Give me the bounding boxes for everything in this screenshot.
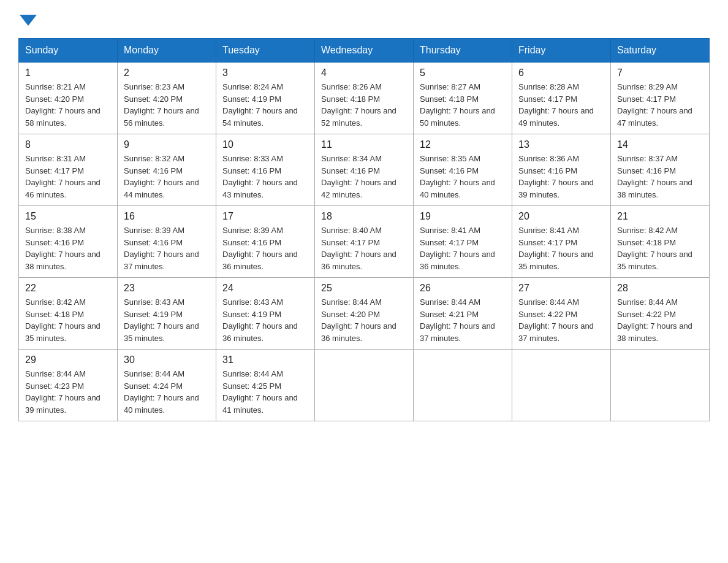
calendar-cell: 26 Sunrise: 8:44 AM Sunset: 4:21 PM Dayl… <box>414 278 512 350</box>
day-info: Sunrise: 8:31 AM Sunset: 4:17 PM Dayligh… <box>25 153 111 201</box>
calendar-cell: 4 Sunrise: 8:26 AM Sunset: 4:18 PM Dayli… <box>315 63 414 134</box>
day-number: 22 <box>25 283 111 294</box>
day-number: 27 <box>518 283 604 294</box>
calendar-week-row: 22 Sunrise: 8:42 AM Sunset: 4:18 PM Dayl… <box>19 278 710 350</box>
calendar-cell <box>611 350 710 421</box>
day-info: Sunrise: 8:44 AM Sunset: 4:20 PM Dayligh… <box>321 296 407 344</box>
day-number: 28 <box>617 283 703 294</box>
calendar-cell: 18 Sunrise: 8:40 AM Sunset: 4:17 PM Dayl… <box>315 206 414 278</box>
calendar-table: SundayMondayTuesdayWednesdayThursdayFrid… <box>18 38 710 421</box>
calendar-cell: 27 Sunrise: 8:44 AM Sunset: 4:22 PM Dayl… <box>512 278 611 350</box>
calendar-week-row: 1 Sunrise: 8:21 AM Sunset: 4:20 PM Dayli… <box>19 63 710 134</box>
calendar-cell: 12 Sunrise: 8:35 AM Sunset: 4:16 PM Dayl… <box>414 134 512 206</box>
calendar-cell: 5 Sunrise: 8:27 AM Sunset: 4:18 PM Dayli… <box>414 63 512 134</box>
calendar-cell: 10 Sunrise: 8:33 AM Sunset: 4:16 PM Dayl… <box>216 134 315 206</box>
day-info: Sunrise: 8:38 AM Sunset: 4:16 PM Dayligh… <box>25 224 111 272</box>
day-info: Sunrise: 8:27 AM Sunset: 4:18 PM Dayligh… <box>420 81 506 129</box>
calendar-cell: 2 Sunrise: 8:23 AM Sunset: 4:20 PM Dayli… <box>118 63 216 134</box>
day-number: 24 <box>222 283 308 294</box>
day-number: 3 <box>222 67 308 79</box>
day-number: 8 <box>25 139 111 150</box>
day-info: Sunrise: 8:41 AM Sunset: 4:17 PM Dayligh… <box>420 224 506 272</box>
weekday-header-tuesday: Tuesday <box>216 39 315 63</box>
day-info: Sunrise: 8:33 AM Sunset: 4:16 PM Dayligh… <box>222 153 308 201</box>
page-header <box>18 12 710 26</box>
day-info: Sunrise: 8:21 AM Sunset: 4:20 PM Dayligh… <box>25 81 111 129</box>
day-number: 19 <box>420 211 506 222</box>
day-info: Sunrise: 8:42 AM Sunset: 4:18 PM Dayligh… <box>617 224 703 272</box>
weekday-header-wednesday: Wednesday <box>315 39 414 63</box>
logo <box>18 12 37 26</box>
day-number: 18 <box>321 211 407 222</box>
day-info: Sunrise: 8:40 AM Sunset: 4:17 PM Dayligh… <box>321 224 407 272</box>
calendar-cell: 19 Sunrise: 8:41 AM Sunset: 4:17 PM Dayl… <box>414 206 512 278</box>
calendar-cell: 29 Sunrise: 8:44 AM Sunset: 4:23 PM Dayl… <box>19 350 118 421</box>
day-number: 4 <box>321 67 407 79</box>
calendar-cell: 25 Sunrise: 8:44 AM Sunset: 4:20 PM Dayl… <box>315 278 414 350</box>
day-info: Sunrise: 8:44 AM Sunset: 4:21 PM Dayligh… <box>420 296 506 344</box>
weekday-header-friday: Friday <box>512 39 611 63</box>
day-info: Sunrise: 8:36 AM Sunset: 4:16 PM Dayligh… <box>518 153 604 201</box>
calendar-cell <box>414 350 512 421</box>
calendar-cell: 1 Sunrise: 8:21 AM Sunset: 4:20 PM Dayli… <box>19 63 118 134</box>
day-info: Sunrise: 8:44 AM Sunset: 4:22 PM Dayligh… <box>617 296 703 344</box>
day-number: 9 <box>124 139 210 150</box>
calendar-cell: 8 Sunrise: 8:31 AM Sunset: 4:17 PM Dayli… <box>19 134 118 206</box>
day-number: 13 <box>518 139 604 150</box>
calendar-cell <box>315 350 414 421</box>
calendar-cell: 6 Sunrise: 8:28 AM Sunset: 4:17 PM Dayli… <box>512 63 611 134</box>
day-number: 7 <box>617 67 703 79</box>
day-number: 16 <box>124 211 210 222</box>
calendar-cell: 16 Sunrise: 8:39 AM Sunset: 4:16 PM Dayl… <box>118 206 216 278</box>
calendar-cell: 9 Sunrise: 8:32 AM Sunset: 4:16 PM Dayli… <box>118 134 216 206</box>
day-info: Sunrise: 8:43 AM Sunset: 4:19 PM Dayligh… <box>222 296 308 344</box>
day-number: 17 <box>222 211 308 222</box>
day-info: Sunrise: 8:41 AM Sunset: 4:17 PM Dayligh… <box>518 224 604 272</box>
calendar-cell: 15 Sunrise: 8:38 AM Sunset: 4:16 PM Dayl… <box>19 206 118 278</box>
day-info: Sunrise: 8:26 AM Sunset: 4:18 PM Dayligh… <box>321 81 407 129</box>
day-number: 5 <box>420 67 506 79</box>
day-info: Sunrise: 8:44 AM Sunset: 4:24 PM Dayligh… <box>124 368 210 416</box>
day-number: 25 <box>321 283 407 294</box>
day-number: 21 <box>617 211 703 222</box>
calendar-cell: 31 Sunrise: 8:44 AM Sunset: 4:25 PM Dayl… <box>216 350 315 421</box>
day-info: Sunrise: 8:39 AM Sunset: 4:16 PM Dayligh… <box>222 224 308 272</box>
calendar-cell: 23 Sunrise: 8:43 AM Sunset: 4:19 PM Dayl… <box>118 278 216 350</box>
calendar-cell: 21 Sunrise: 8:42 AM Sunset: 4:18 PM Dayl… <box>611 206 710 278</box>
weekday-header-thursday: Thursday <box>414 39 512 63</box>
calendar-cell: 3 Sunrise: 8:24 AM Sunset: 4:19 PM Dayli… <box>216 63 315 134</box>
calendar-cell: 14 Sunrise: 8:37 AM Sunset: 4:16 PM Dayl… <box>611 134 710 206</box>
day-info: Sunrise: 8:35 AM Sunset: 4:16 PM Dayligh… <box>420 153 506 201</box>
day-info: Sunrise: 8:42 AM Sunset: 4:18 PM Dayligh… <box>25 296 111 344</box>
calendar-cell: 13 Sunrise: 8:36 AM Sunset: 4:16 PM Dayl… <box>512 134 611 206</box>
calendar-week-row: 29 Sunrise: 8:44 AM Sunset: 4:23 PM Dayl… <box>19 350 710 421</box>
weekday-header-monday: Monday <box>118 39 216 63</box>
day-number: 29 <box>25 354 111 366</box>
day-number: 20 <box>518 211 604 222</box>
calendar-cell: 11 Sunrise: 8:34 AM Sunset: 4:16 PM Dayl… <box>315 134 414 206</box>
day-info: Sunrise: 8:28 AM Sunset: 4:17 PM Dayligh… <box>518 81 604 129</box>
day-number: 14 <box>617 139 703 150</box>
calendar-cell <box>512 350 611 421</box>
calendar-cell: 24 Sunrise: 8:43 AM Sunset: 4:19 PM Dayl… <box>216 278 315 350</box>
day-number: 2 <box>124 67 210 79</box>
day-info: Sunrise: 8:44 AM Sunset: 4:22 PM Dayligh… <box>518 296 604 344</box>
weekday-header-sunday: Sunday <box>19 39 118 63</box>
calendar-cell: 20 Sunrise: 8:41 AM Sunset: 4:17 PM Dayl… <box>512 206 611 278</box>
calendar-week-row: 8 Sunrise: 8:31 AM Sunset: 4:17 PM Dayli… <box>19 134 710 206</box>
day-number: 31 <box>222 354 308 366</box>
day-info: Sunrise: 8:32 AM Sunset: 4:16 PM Dayligh… <box>124 153 210 201</box>
day-number: 11 <box>321 139 407 150</box>
calendar-cell: 30 Sunrise: 8:44 AM Sunset: 4:24 PM Dayl… <box>118 350 216 421</box>
weekday-header-row: SundayMondayTuesdayWednesdayThursdayFrid… <box>19 39 710 63</box>
day-info: Sunrise: 8:43 AM Sunset: 4:19 PM Dayligh… <box>124 296 210 344</box>
day-number: 26 <box>420 283 506 294</box>
day-info: Sunrise: 8:24 AM Sunset: 4:19 PM Dayligh… <box>222 81 308 129</box>
logo-arrow-icon <box>20 15 37 26</box>
day-info: Sunrise: 8:34 AM Sunset: 4:16 PM Dayligh… <box>321 153 407 201</box>
day-info: Sunrise: 8:37 AM Sunset: 4:16 PM Dayligh… <box>617 153 703 201</box>
calendar-cell: 7 Sunrise: 8:29 AM Sunset: 4:17 PM Dayli… <box>611 63 710 134</box>
day-number: 23 <box>124 283 210 294</box>
day-info: Sunrise: 8:29 AM Sunset: 4:17 PM Dayligh… <box>617 81 703 129</box>
weekday-header-saturday: Saturday <box>611 39 710 63</box>
